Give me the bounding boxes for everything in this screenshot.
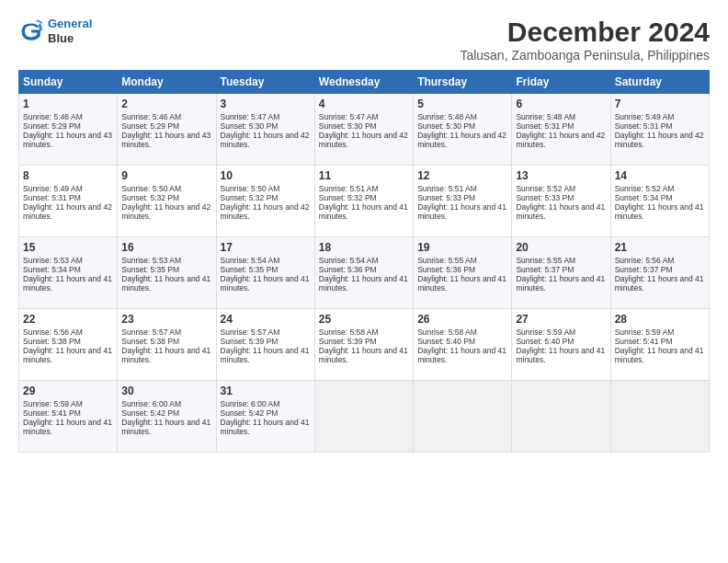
logo-icon bbox=[18, 18, 44, 44]
calendar-cell: 5Sunrise: 5:48 AMSunset: 5:30 PMDaylight… bbox=[414, 94, 512, 166]
calendar-cell: 6Sunrise: 5:48 AMSunset: 5:31 PMDaylight… bbox=[512, 94, 610, 166]
header-thursday: Thursday bbox=[414, 71, 512, 94]
week-row-2: 8Sunrise: 5:49 AMSunset: 5:31 PMDaylight… bbox=[19, 166, 710, 237]
calendar-cell: 4Sunrise: 5:47 AMSunset: 5:30 PMDaylight… bbox=[314, 94, 413, 166]
day-number: 29 bbox=[23, 385, 113, 397]
day-number: 12 bbox=[417, 169, 507, 182]
day-number: 3 bbox=[221, 98, 311, 110]
calendar-cell: 29Sunrise: 5:59 AMSunset: 5:41 PMDayligh… bbox=[19, 381, 118, 453]
day-number: 11 bbox=[319, 169, 409, 182]
week-row-3: 15Sunrise: 5:53 AMSunset: 5:34 PMDayligh… bbox=[19, 237, 710, 309]
day-number: 13 bbox=[516, 169, 606, 182]
header-monday: Monday bbox=[118, 71, 216, 94]
calendar-table: Sunday Monday Tuesday Wednesday Thursday… bbox=[18, 70, 710, 453]
calendar-cell bbox=[512, 381, 610, 453]
calendar-cell: 21Sunrise: 5:56 AMSunset: 5:37 PMDayligh… bbox=[610, 237, 709, 309]
calendar-cell: 12Sunrise: 5:51 AMSunset: 5:33 PMDayligh… bbox=[414, 166, 512, 237]
day-number: 6 bbox=[516, 98, 606, 110]
day-number: 22 bbox=[23, 313, 113, 326]
week-row-4: 22Sunrise: 5:56 AMSunset: 5:38 PMDayligh… bbox=[19, 309, 710, 381]
calendar-cell: 25Sunrise: 5:58 AMSunset: 5:39 PMDayligh… bbox=[314, 309, 413, 381]
calendar-cell: 30Sunrise: 6:00 AMSunset: 5:42 PMDayligh… bbox=[118, 381, 216, 453]
calendar-cell: 1Sunrise: 5:46 AMSunset: 5:29 PMDaylight… bbox=[19, 94, 118, 166]
day-number: 21 bbox=[615, 241, 705, 254]
calendar-body: 1Sunrise: 5:46 AMSunset: 5:29 PMDaylight… bbox=[19, 94, 710, 453]
day-number: 2 bbox=[121, 98, 211, 110]
calendar-cell: 27Sunrise: 5:59 AMSunset: 5:40 PMDayligh… bbox=[512, 309, 610, 381]
subtitle: Talusan, Zamboanga Peninsula, Philippine… bbox=[460, 48, 710, 63]
day-number: 14 bbox=[615, 169, 705, 182]
day-number: 4 bbox=[319, 98, 409, 110]
day-number: 9 bbox=[121, 169, 211, 182]
calendar-cell: 26Sunrise: 5:58 AMSunset: 5:40 PMDayligh… bbox=[414, 309, 512, 381]
calendar-cell bbox=[610, 381, 709, 453]
header: General Blue December 2024 Talusan, Zamb… bbox=[18, 17, 710, 63]
page: General Blue December 2024 Talusan, Zamb… bbox=[0, 0, 728, 462]
day-number: 15 bbox=[23, 241, 113, 254]
day-number: 24 bbox=[221, 313, 311, 326]
calendar-cell: 14Sunrise: 5:52 AMSunset: 5:34 PMDayligh… bbox=[610, 166, 709, 237]
logo: General Blue bbox=[18, 17, 92, 45]
calendar-cell: 3Sunrise: 5:47 AMSunset: 5:30 PMDaylight… bbox=[216, 94, 314, 166]
day-number: 31 bbox=[221, 385, 311, 397]
day-number: 16 bbox=[121, 241, 211, 254]
day-number: 19 bbox=[417, 241, 507, 254]
day-number: 28 bbox=[615, 313, 705, 326]
header-wednesday: Wednesday bbox=[314, 71, 413, 94]
calendar-cell: 16Sunrise: 5:53 AMSunset: 5:35 PMDayligh… bbox=[118, 237, 216, 309]
day-number: 23 bbox=[121, 313, 211, 326]
calendar-cell: 9Sunrise: 5:50 AMSunset: 5:32 PMDaylight… bbox=[118, 166, 216, 237]
week-row-5: 29Sunrise: 5:59 AMSunset: 5:41 PMDayligh… bbox=[19, 381, 710, 453]
header-saturday: Saturday bbox=[610, 71, 709, 94]
calendar-cell: 20Sunrise: 5:55 AMSunset: 5:37 PMDayligh… bbox=[512, 237, 610, 309]
day-number: 7 bbox=[615, 98, 705, 110]
day-number: 8 bbox=[23, 169, 113, 182]
calendar-cell: 22Sunrise: 5:56 AMSunset: 5:38 PMDayligh… bbox=[19, 309, 118, 381]
calendar-cell: 8Sunrise: 5:49 AMSunset: 5:31 PMDaylight… bbox=[19, 166, 118, 237]
calendar-cell bbox=[314, 381, 413, 453]
calendar-cell: 23Sunrise: 5:57 AMSunset: 5:38 PMDayligh… bbox=[118, 309, 216, 381]
header-friday: Friday bbox=[512, 71, 610, 94]
header-sunday: Sunday bbox=[19, 71, 118, 94]
main-title: December 2024 bbox=[460, 17, 710, 48]
day-number: 20 bbox=[516, 241, 606, 254]
calendar-cell: 28Sunrise: 5:59 AMSunset: 5:41 PMDayligh… bbox=[610, 309, 709, 381]
calendar-cell: 17Sunrise: 5:54 AMSunset: 5:35 PMDayligh… bbox=[216, 237, 314, 309]
calendar-header: Sunday Monday Tuesday Wednesday Thursday… bbox=[19, 71, 710, 94]
calendar-cell: 7Sunrise: 5:49 AMSunset: 5:31 PMDaylight… bbox=[610, 94, 709, 166]
header-tuesday: Tuesday bbox=[216, 71, 314, 94]
day-number: 10 bbox=[221, 169, 311, 182]
calendar-cell: 13Sunrise: 5:52 AMSunset: 5:33 PMDayligh… bbox=[512, 166, 610, 237]
week-row-1: 1Sunrise: 5:46 AMSunset: 5:29 PMDaylight… bbox=[19, 94, 710, 166]
day-number: 26 bbox=[417, 313, 507, 326]
calendar-cell: 19Sunrise: 5:55 AMSunset: 5:36 PMDayligh… bbox=[414, 237, 512, 309]
calendar-cell: 10Sunrise: 5:50 AMSunset: 5:32 PMDayligh… bbox=[216, 166, 314, 237]
logo-text: General Blue bbox=[48, 17, 92, 45]
calendar-cell: 15Sunrise: 5:53 AMSunset: 5:34 PMDayligh… bbox=[19, 237, 118, 309]
day-number: 1 bbox=[23, 98, 113, 110]
calendar-cell bbox=[414, 381, 512, 453]
calendar-cell: 18Sunrise: 5:54 AMSunset: 5:36 PMDayligh… bbox=[314, 237, 413, 309]
day-number: 25 bbox=[319, 313, 409, 326]
calendar-cell: 11Sunrise: 5:51 AMSunset: 5:32 PMDayligh… bbox=[314, 166, 413, 237]
day-number: 17 bbox=[221, 241, 311, 254]
day-number: 30 bbox=[121, 385, 211, 397]
header-row: Sunday Monday Tuesday Wednesday Thursday… bbox=[19, 71, 710, 94]
title-block: December 2024 Talusan, Zamboanga Peninsu… bbox=[460, 17, 710, 63]
day-number: 18 bbox=[319, 241, 409, 254]
calendar-cell: 2Sunrise: 5:46 AMSunset: 5:29 PMDaylight… bbox=[118, 94, 216, 166]
calendar-cell: 24Sunrise: 5:57 AMSunset: 5:39 PMDayligh… bbox=[216, 309, 314, 381]
calendar-cell: 31Sunrise: 6:00 AMSunset: 5:42 PMDayligh… bbox=[216, 381, 314, 453]
day-number: 5 bbox=[417, 98, 507, 110]
day-number: 27 bbox=[516, 313, 606, 326]
